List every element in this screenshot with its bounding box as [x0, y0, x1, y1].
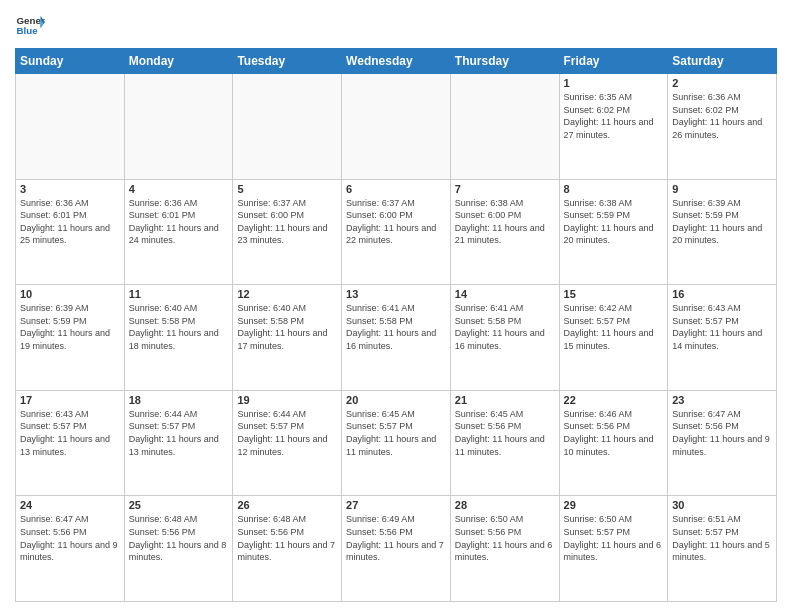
day-info: Sunrise: 6:40 AM Sunset: 5:58 PM Dayligh… [129, 302, 229, 352]
day-number: 21 [455, 394, 555, 406]
calendar-cell: 13Sunrise: 6:41 AM Sunset: 5:58 PM Dayli… [342, 285, 451, 391]
weekday-header-saturday: Saturday [668, 49, 777, 74]
calendar-cell: 18Sunrise: 6:44 AM Sunset: 5:57 PM Dayli… [124, 390, 233, 496]
calendar-cell [124, 74, 233, 180]
day-info: Sunrise: 6:45 AM Sunset: 5:57 PM Dayligh… [346, 408, 446, 458]
day-number: 8 [564, 183, 664, 195]
calendar-cell: 7Sunrise: 6:38 AM Sunset: 6:00 PM Daylig… [450, 179, 559, 285]
day-number: 5 [237, 183, 337, 195]
day-number: 22 [564, 394, 664, 406]
day-info: Sunrise: 6:37 AM Sunset: 6:00 PM Dayligh… [346, 197, 446, 247]
day-number: 12 [237, 288, 337, 300]
day-number: 17 [20, 394, 120, 406]
calendar-cell [233, 74, 342, 180]
day-number: 14 [455, 288, 555, 300]
day-info: Sunrise: 6:39 AM Sunset: 5:59 PM Dayligh… [672, 197, 772, 247]
calendar-cell: 23Sunrise: 6:47 AM Sunset: 5:56 PM Dayli… [668, 390, 777, 496]
day-info: Sunrise: 6:50 AM Sunset: 5:57 PM Dayligh… [564, 513, 664, 563]
weekday-header-wednesday: Wednesday [342, 49, 451, 74]
day-number: 27 [346, 499, 446, 511]
svg-text:Blue: Blue [17, 25, 39, 36]
weekday-header-monday: Monday [124, 49, 233, 74]
day-info: Sunrise: 6:44 AM Sunset: 5:57 PM Dayligh… [237, 408, 337, 458]
day-number: 16 [672, 288, 772, 300]
day-info: Sunrise: 6:41 AM Sunset: 5:58 PM Dayligh… [346, 302, 446, 352]
day-info: Sunrise: 6:40 AM Sunset: 5:58 PM Dayligh… [237, 302, 337, 352]
week-row-1: 1Sunrise: 6:35 AM Sunset: 6:02 PM Daylig… [16, 74, 777, 180]
calendar-cell: 22Sunrise: 6:46 AM Sunset: 5:56 PM Dayli… [559, 390, 668, 496]
day-number: 30 [672, 499, 772, 511]
day-info: Sunrise: 6:36 AM Sunset: 6:01 PM Dayligh… [20, 197, 120, 247]
weekday-header-row: SundayMondayTuesdayWednesdayThursdayFrid… [16, 49, 777, 74]
day-number: 2 [672, 77, 772, 89]
day-number: 6 [346, 183, 446, 195]
day-number: 19 [237, 394, 337, 406]
calendar-cell: 2Sunrise: 6:36 AM Sunset: 6:02 PM Daylig… [668, 74, 777, 180]
calendar-cell: 24Sunrise: 6:47 AM Sunset: 5:56 PM Dayli… [16, 496, 125, 602]
calendar-cell: 4Sunrise: 6:36 AM Sunset: 6:01 PM Daylig… [124, 179, 233, 285]
week-row-2: 3Sunrise: 6:36 AM Sunset: 6:01 PM Daylig… [16, 179, 777, 285]
day-number: 10 [20, 288, 120, 300]
calendar-cell: 15Sunrise: 6:42 AM Sunset: 5:57 PM Dayli… [559, 285, 668, 391]
day-info: Sunrise: 6:44 AM Sunset: 5:57 PM Dayligh… [129, 408, 229, 458]
week-row-5: 24Sunrise: 6:47 AM Sunset: 5:56 PM Dayli… [16, 496, 777, 602]
calendar-cell: 30Sunrise: 6:51 AM Sunset: 5:57 PM Dayli… [668, 496, 777, 602]
day-number: 23 [672, 394, 772, 406]
calendar-cell: 5Sunrise: 6:37 AM Sunset: 6:00 PM Daylig… [233, 179, 342, 285]
calendar-cell [342, 74, 451, 180]
calendar-cell: 16Sunrise: 6:43 AM Sunset: 5:57 PM Dayli… [668, 285, 777, 391]
day-info: Sunrise: 6:47 AM Sunset: 5:56 PM Dayligh… [672, 408, 772, 458]
day-info: Sunrise: 6:37 AM Sunset: 6:00 PM Dayligh… [237, 197, 337, 247]
day-info: Sunrise: 6:38 AM Sunset: 5:59 PM Dayligh… [564, 197, 664, 247]
weekday-header-sunday: Sunday [16, 49, 125, 74]
day-number: 24 [20, 499, 120, 511]
week-row-3: 10Sunrise: 6:39 AM Sunset: 5:59 PM Dayli… [16, 285, 777, 391]
calendar-cell: 26Sunrise: 6:48 AM Sunset: 5:56 PM Dayli… [233, 496, 342, 602]
calendar-cell: 1Sunrise: 6:35 AM Sunset: 6:02 PM Daylig… [559, 74, 668, 180]
day-info: Sunrise: 6:36 AM Sunset: 6:01 PM Dayligh… [129, 197, 229, 247]
day-info: Sunrise: 6:47 AM Sunset: 5:56 PM Dayligh… [20, 513, 120, 563]
day-info: Sunrise: 6:51 AM Sunset: 5:57 PM Dayligh… [672, 513, 772, 563]
calendar-cell: 12Sunrise: 6:40 AM Sunset: 5:58 PM Dayli… [233, 285, 342, 391]
day-number: 3 [20, 183, 120, 195]
calendar-cell: 20Sunrise: 6:45 AM Sunset: 5:57 PM Dayli… [342, 390, 451, 496]
day-info: Sunrise: 6:49 AM Sunset: 5:56 PM Dayligh… [346, 513, 446, 563]
day-info: Sunrise: 6:46 AM Sunset: 5:56 PM Dayligh… [564, 408, 664, 458]
calendar-cell [450, 74, 559, 180]
day-number: 1 [564, 77, 664, 89]
day-info: Sunrise: 6:35 AM Sunset: 6:02 PM Dayligh… [564, 91, 664, 141]
day-number: 29 [564, 499, 664, 511]
day-info: Sunrise: 6:50 AM Sunset: 5:56 PM Dayligh… [455, 513, 555, 563]
calendar-cell: 27Sunrise: 6:49 AM Sunset: 5:56 PM Dayli… [342, 496, 451, 602]
day-info: Sunrise: 6:43 AM Sunset: 5:57 PM Dayligh… [672, 302, 772, 352]
weekday-header-friday: Friday [559, 49, 668, 74]
day-info: Sunrise: 6:38 AM Sunset: 6:00 PM Dayligh… [455, 197, 555, 247]
logo-icon: General Blue [15, 10, 45, 40]
page: General Blue SundayMondayTuesdayWednesda… [0, 0, 792, 612]
day-number: 25 [129, 499, 229, 511]
weekday-header-thursday: Thursday [450, 49, 559, 74]
day-info: Sunrise: 6:39 AM Sunset: 5:59 PM Dayligh… [20, 302, 120, 352]
calendar-cell: 19Sunrise: 6:44 AM Sunset: 5:57 PM Dayli… [233, 390, 342, 496]
calendar-cell: 14Sunrise: 6:41 AM Sunset: 5:58 PM Dayli… [450, 285, 559, 391]
calendar-cell: 21Sunrise: 6:45 AM Sunset: 5:56 PM Dayli… [450, 390, 559, 496]
day-info: Sunrise: 6:36 AM Sunset: 6:02 PM Dayligh… [672, 91, 772, 141]
day-info: Sunrise: 6:43 AM Sunset: 5:57 PM Dayligh… [20, 408, 120, 458]
logo: General Blue [15, 10, 45, 40]
week-row-4: 17Sunrise: 6:43 AM Sunset: 5:57 PM Dayli… [16, 390, 777, 496]
day-number: 11 [129, 288, 229, 300]
calendar-cell: 10Sunrise: 6:39 AM Sunset: 5:59 PM Dayli… [16, 285, 125, 391]
calendar-cell: 29Sunrise: 6:50 AM Sunset: 5:57 PM Dayli… [559, 496, 668, 602]
day-number: 15 [564, 288, 664, 300]
day-number: 26 [237, 499, 337, 511]
calendar-cell: 3Sunrise: 6:36 AM Sunset: 6:01 PM Daylig… [16, 179, 125, 285]
day-info: Sunrise: 6:48 AM Sunset: 5:56 PM Dayligh… [237, 513, 337, 563]
day-number: 13 [346, 288, 446, 300]
calendar-cell: 25Sunrise: 6:48 AM Sunset: 5:56 PM Dayli… [124, 496, 233, 602]
day-info: Sunrise: 6:48 AM Sunset: 5:56 PM Dayligh… [129, 513, 229, 563]
calendar-table: SundayMondayTuesdayWednesdayThursdayFrid… [15, 48, 777, 602]
day-info: Sunrise: 6:45 AM Sunset: 5:56 PM Dayligh… [455, 408, 555, 458]
calendar-cell: 9Sunrise: 6:39 AM Sunset: 5:59 PM Daylig… [668, 179, 777, 285]
header: General Blue [15, 10, 777, 40]
calendar-cell: 6Sunrise: 6:37 AM Sunset: 6:00 PM Daylig… [342, 179, 451, 285]
